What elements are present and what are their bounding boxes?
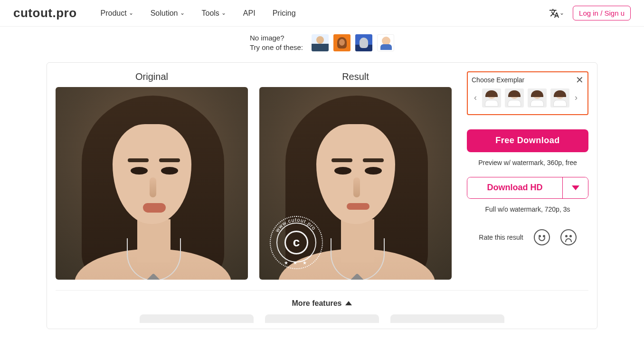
caret-down-icon bbox=[572, 185, 579, 190]
watermark-stars-icon: ★ ★ ★ bbox=[271, 260, 322, 265]
chevron-down-icon: ⌄ bbox=[129, 10, 133, 16]
exemplar-thumbs bbox=[482, 88, 569, 107]
exemplar-title: Choose Exemplar bbox=[472, 76, 584, 84]
more-features-toggle[interactable]: More features bbox=[56, 291, 588, 314]
rate-happy-button[interactable] bbox=[534, 229, 550, 245]
nav-pricing-label: Pricing bbox=[273, 9, 296, 18]
try-samples-thumbs bbox=[312, 34, 394, 51]
try-samples-text: No image? Try one of these: bbox=[250, 33, 303, 53]
sample-thumb-man[interactable] bbox=[312, 34, 329, 51]
nav-product-label: Product bbox=[101, 9, 127, 18]
nav-solution-label: Solution bbox=[151, 9, 178, 18]
translate-icon bbox=[549, 8, 559, 19]
nav-solution[interactable]: Solution ⌄ bbox=[151, 9, 185, 18]
login-signup-button[interactable]: Log in / Sign u bbox=[573, 6, 631, 20]
chevron-down-icon: ⌄ bbox=[221, 10, 226, 16]
nav-product[interactable]: Product ⌄ bbox=[101, 9, 133, 18]
chevron-down-icon: ⌄ bbox=[180, 10, 185, 16]
header-right: ⌄ Log in / Sign u bbox=[549, 6, 631, 20]
rate-sad-button[interactable] bbox=[560, 229, 577, 245]
language-button[interactable]: ⌄ bbox=[549, 8, 564, 19]
nav-pricing[interactable]: Pricing bbox=[273, 9, 296, 18]
watermark-badge: www.cutout.pro c ★ ★ ★ bbox=[270, 216, 323, 269]
result-side: Result www.cutout.pro c ★ bbox=[259, 71, 452, 280]
try-samples-row: No image? Try one of these: bbox=[0, 27, 644, 58]
rate-label: Rate this result bbox=[479, 234, 523, 241]
logo[interactable]: cutout.pro bbox=[13, 6, 77, 20]
more-features-label: More features bbox=[292, 299, 342, 308]
compare-row: Original Result bbox=[56, 71, 588, 280]
original-title: Original bbox=[56, 71, 248, 82]
feature-card[interactable] bbox=[140, 314, 254, 323]
exemplar-next-button[interactable]: › bbox=[572, 93, 580, 103]
svg-text:www.cutout.pro: www.cutout.pro bbox=[274, 216, 317, 233]
close-icon[interactable]: ✕ bbox=[576, 75, 584, 85]
download-hd-dropdown[interactable] bbox=[562, 177, 588, 198]
sample-thumb-baby[interactable] bbox=[377, 34, 394, 51]
free-download-note: Preview w/ watermark, 360p, free bbox=[467, 159, 588, 166]
download-hd-note: Full w/o watermark, 720p, 3s bbox=[467, 205, 588, 213]
exemplar-carousel: ‹ › bbox=[472, 88, 584, 107]
exemplar-thumb[interactable] bbox=[505, 88, 524, 107]
exemplar-thumb[interactable] bbox=[550, 88, 569, 107]
exemplar-prev-button[interactable]: ‹ bbox=[472, 93, 479, 103]
download-hd-group: Download HD bbox=[467, 177, 588, 199]
caret-up-icon bbox=[345, 301, 352, 305]
feature-cards bbox=[56, 314, 588, 329]
original-image bbox=[56, 87, 248, 280]
original-side: Original bbox=[56, 71, 248, 280]
nav-api[interactable]: API bbox=[243, 9, 256, 18]
result-title: Result bbox=[259, 71, 452, 82]
try-line2: Try one of these: bbox=[250, 43, 303, 52]
exemplar-panel: ✕ Choose Exemplar ‹ › bbox=[467, 71, 588, 115]
sample-thumb-woman[interactable] bbox=[333, 34, 350, 51]
feature-card[interactable] bbox=[265, 314, 379, 323]
chevron-down-icon: ⌄ bbox=[559, 10, 564, 16]
nav-tools[interactable]: Tools ⌄ bbox=[202, 9, 226, 18]
nav-tools-label: Tools bbox=[202, 9, 219, 18]
nav-api-label: API bbox=[243, 9, 256, 18]
sample-thumb-statue[interactable] bbox=[355, 34, 372, 51]
free-download-button[interactable]: Free Download bbox=[467, 129, 588, 152]
right-panel: ✕ Choose Exemplar ‹ › Free Download Prev… bbox=[463, 71, 588, 280]
result-image: www.cutout.pro c ★ ★ ★ bbox=[259, 87, 452, 280]
download-hd-button[interactable]: Download HD bbox=[467, 177, 562, 198]
result-card: Original Result bbox=[47, 62, 597, 329]
try-line1: No image? bbox=[250, 33, 303, 43]
main-nav: Product ⌄ Solution ⌄ Tools ⌄ API Pricing bbox=[101, 9, 296, 18]
exemplar-thumb[interactable] bbox=[482, 88, 501, 107]
exemplar-thumb[interactable] bbox=[528, 88, 547, 107]
header: cutout.pro Product ⌄ Solution ⌄ Tools ⌄ … bbox=[0, 0, 644, 27]
feature-card[interactable] bbox=[390, 314, 504, 323]
rate-row: Rate this result bbox=[467, 229, 588, 245]
